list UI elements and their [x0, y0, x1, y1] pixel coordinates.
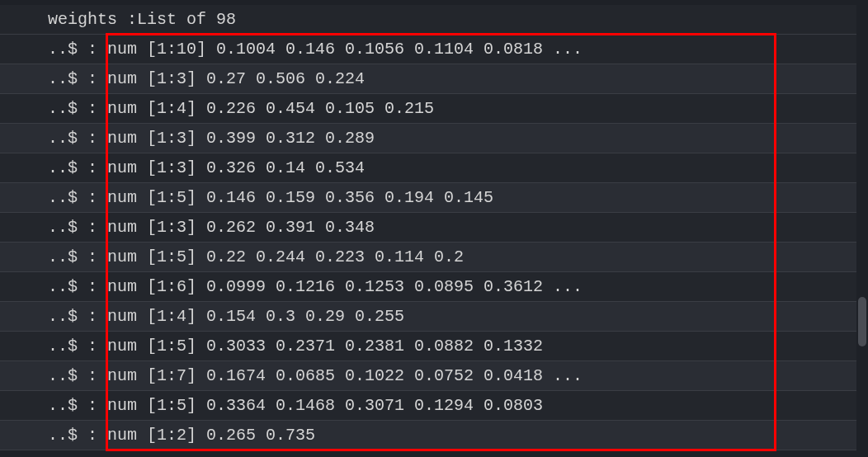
list-item: ..$ : num [1:5] 0.22 0.244 0.223 0.114 0…: [0, 243, 868, 272]
list-item-content: num [1:5] 0.146 0.159 0.356 0.194 0.145: [107, 188, 493, 207]
console-output: weights :List of 98 ..$ : num [1:10] 0.1…: [0, 0, 868, 450]
list-item-prefix: ..$ :: [38, 218, 107, 237]
list-item: ..$ : num [1:2] 0.265 0.735: [0, 421, 868, 450]
list-item: ..$ : num [1:3] 0.326 0.14 0.534: [0, 153, 868, 183]
list-item-prefix: ..$ :: [38, 277, 107, 296]
list-item-content: num [1:3] 0.27 0.506 0.224: [107, 69, 365, 88]
list-item-content: num [1:3] 0.326 0.14 0.534: [107, 158, 365, 177]
list-item-prefix: ..$ :: [38, 396, 107, 415]
list-item: ..$ : num [1:3] 0.399 0.312 0.289: [0, 124, 868, 153]
list-item-prefix: ..$ :: [38, 307, 107, 326]
list-item: ..$ : num [1:3] 0.27 0.506 0.224: [0, 64, 868, 94]
list-item: ..$ : num [1:4] 0.226 0.454 0.105 0.215: [0, 94, 868, 124]
list-item-content: num [1:4] 0.226 0.454 0.105 0.215: [107, 99, 434, 118]
scrollbar-track[interactable]: [856, 0, 868, 457]
scrollbar-thumb[interactable]: [858, 297, 866, 346]
list-item-prefix: ..$ :: [38, 40, 107, 59]
list-item: ..$ : num [1:10] 0.1004 0.146 0.1056 0.1…: [0, 35, 868, 64]
list-item: ..$ : num [1:7] 0.1674 0.0685 0.1022 0.0…: [0, 361, 868, 391]
list-item: ..$ : num [1:6] 0.0999 0.1216 0.1253 0.0…: [0, 272, 868, 302]
list-item-content: num [1:6] 0.0999 0.1216 0.1253 0.0895 0.…: [107, 277, 583, 296]
list-item-prefix: ..$ :: [38, 426, 107, 445]
list-item-prefix: ..$ :: [38, 188, 107, 207]
list-item-prefix: ..$ :: [38, 337, 107, 356]
list-item: ..$ : num [1:3] 0.262 0.391 0.348: [0, 213, 868, 243]
list-item-prefix: ..$ :: [38, 247, 107, 266]
list-item-content: num [1:5] 0.22 0.244 0.223 0.114 0.2: [107, 247, 464, 266]
list-item-content: num [1:3] 0.262 0.391 0.348: [107, 218, 375, 237]
list-item-content: num [1:3] 0.399 0.312 0.289: [107, 129, 375, 148]
list-item-prefix: ..$ :: [38, 99, 107, 118]
list-item-content: num [1:2] 0.265 0.735: [107, 426, 315, 445]
list-item-prefix: ..$ :: [38, 366, 107, 385]
list-header: weights :List of 98: [0, 5, 868, 35]
list-item-prefix: ..$ :: [38, 69, 107, 88]
list-item: ..$ : num [1:5] 0.3364 0.1468 0.3071 0.1…: [0, 391, 868, 421]
list-item: ..$ : num [1:5] 0.3033 0.2371 0.2381 0.0…: [0, 332, 868, 361]
list-item: ..$ : num [1:4] 0.154 0.3 0.29 0.255: [0, 302, 868, 332]
list-item-content: num [1:10] 0.1004 0.146 0.1056 0.1104 0.…: [107, 40, 583, 59]
list-item-prefix: ..$ :: [38, 158, 107, 177]
list-item-content: num [1:5] 0.3364 0.1468 0.3071 0.1294 0.…: [107, 396, 543, 415]
list-item-prefix: ..$ :: [38, 129, 107, 148]
list-item: ..$ : num [1:5] 0.146 0.159 0.356 0.194 …: [0, 183, 868, 213]
list-item-content: num [1:5] 0.3033 0.2371 0.2381 0.0882 0.…: [107, 337, 543, 356]
list-item-content: num [1:7] 0.1674 0.0685 0.1022 0.0752 0.…: [107, 366, 583, 385]
list-item-content: num [1:4] 0.154 0.3 0.29 0.255: [107, 307, 404, 326]
